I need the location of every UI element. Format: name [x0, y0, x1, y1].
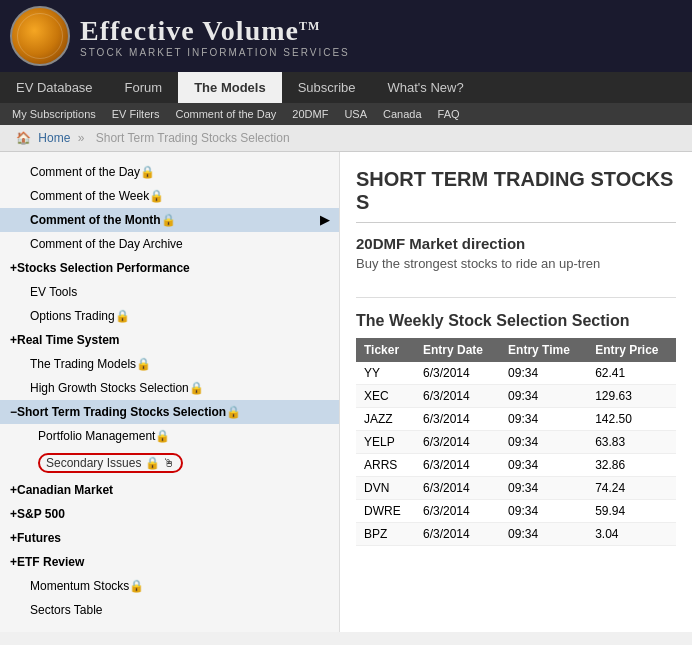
home-icon: 🏠 [16, 131, 31, 145]
cell-entry-price: 129.63 [587, 385, 676, 408]
table-row[interactable]: DVN 6/3/2014 09:34 74.24 [356, 477, 676, 500]
sidebar-item-futures[interactable]: + Futures [0, 526, 339, 550]
sidebar-item-short-term[interactable]: − Short Term Trading Stocks Selection 🔒 [0, 400, 339, 424]
subnav-faq[interactable]: FAQ [430, 103, 468, 125]
sidebar-label: S&P 500 [17, 507, 65, 521]
cell-entry-price: 62.41 [587, 362, 676, 385]
sidebar-item-sp500[interactable]: + S&P 500 [0, 502, 339, 526]
cell-entry-date: 6/3/2014 [415, 454, 500, 477]
col-ticker: Ticker [356, 338, 415, 362]
sidebar-item-trading-models[interactable]: The Trading Models 🔒 [0, 352, 339, 376]
cell-ticker: BPZ [356, 523, 415, 546]
subnav-usa[interactable]: USA [336, 103, 375, 125]
breadcrumb-separator: » [78, 131, 85, 145]
sidebar-label: Secondary Issues [46, 456, 141, 470]
cell-entry-date: 6/3/2014 [415, 431, 500, 454]
weekly-section-title: The Weekly Stock Selection Section [356, 312, 676, 330]
subnav-ev-filters[interactable]: EV Filters [104, 103, 168, 125]
cell-entry-date: 6/3/2014 [415, 408, 500, 431]
sidebar-label: Comment of the Day Archive [30, 237, 183, 251]
header: Effective VolumeTM STOCK MARKET INFORMAT… [0, 0, 692, 72]
sidebar: Comment of the Day 🔒 Comment of the Week… [0, 152, 340, 632]
stock-table: Ticker Entry Date Entry Time Entry Price… [356, 338, 676, 546]
lock-icon: 🔒 [136, 357, 151, 371]
plus-icon: + [10, 261, 17, 275]
sidebar-item-comment-archive[interactable]: Comment of the Day Archive [0, 232, 339, 256]
sidebar-item-stocks-performance[interactable]: + Stocks Selection Performance [0, 256, 339, 280]
breadcrumb-home[interactable]: Home [38, 131, 70, 145]
nav-ev-database[interactable]: EV Database [0, 72, 109, 103]
sidebar-item-secondary-issues[interactable]: Secondary Issues 🔒 🖱 [0, 448, 339, 478]
nav-whats-new[interactable]: What's New? [372, 72, 480, 103]
sidebar-item-real-time[interactable]: + Real Time System [0, 328, 339, 352]
sidebar-item-options-trading[interactable]: Options Trading 🔒 [0, 304, 339, 328]
cell-entry-price: 63.83 [587, 431, 676, 454]
main-nav: EV Database Forum The Models Subscribe W… [0, 72, 692, 103]
sidebar-item-comment-day[interactable]: Comment of the Day 🔒 [0, 160, 339, 184]
subnav-comment-of-the-day[interactable]: Comment of the Day [167, 103, 284, 125]
breadcrumb-current: Short Term Trading Stocks Selection [96, 131, 290, 145]
sidebar-label: High Growth Stocks Selection [30, 381, 189, 395]
cell-entry-date: 6/3/2014 [415, 500, 500, 523]
subnav-my-subscriptions[interactable]: My Subscriptions [4, 103, 104, 125]
cell-entry-time: 09:34 [500, 500, 587, 523]
sidebar-item-ev-tools[interactable]: EV Tools [0, 280, 339, 304]
table-row[interactable]: YELP 6/3/2014 09:34 63.83 [356, 431, 676, 454]
sidebar-label: Stocks Selection Performance [17, 261, 190, 275]
nav-the-models[interactable]: The Models [178, 72, 282, 103]
sidebar-item-portfolio-mgmt[interactable]: Portfolio Management 🔒 [0, 424, 339, 448]
cell-ticker: YELP [356, 431, 415, 454]
table-row[interactable]: BPZ 6/3/2014 09:34 3.04 [356, 523, 676, 546]
plus-icon: + [10, 333, 17, 347]
table-row[interactable]: XEC 6/3/2014 09:34 129.63 [356, 385, 676, 408]
subnav-20dmf[interactable]: 20DMF [284, 103, 336, 125]
sidebar-label: EV Tools [30, 285, 77, 299]
table-row[interactable]: ARRS 6/3/2014 09:34 32.86 [356, 454, 676, 477]
sidebar-label: Comment of the Week [30, 189, 149, 203]
table-row[interactable]: JAZZ 6/3/2014 09:34 142.50 [356, 408, 676, 431]
sidebar-label: Momentum Stocks [30, 579, 129, 593]
market-direction-desc: Buy the strongest stocks to ride an up-t… [356, 256, 676, 271]
subnav-canada[interactable]: Canada [375, 103, 430, 125]
cell-ticker: DVN [356, 477, 415, 500]
cell-entry-time: 09:34 [500, 362, 587, 385]
sidebar-item-sectors-table[interactable]: Sectors Table [0, 598, 339, 622]
brand-subtitle: STOCK MARKET INFORMATION SERVICES [80, 47, 350, 58]
highlighted-secondary-issues[interactable]: Secondary Issues 🔒 🖱 [38, 453, 183, 473]
cell-entry-price: 3.04 [587, 523, 676, 546]
cell-ticker: YY [356, 362, 415, 385]
sidebar-label: Comment of the Month [30, 213, 161, 227]
cell-entry-time: 09:34 [500, 408, 587, 431]
sidebar-item-high-growth[interactable]: High Growth Stocks Selection 🔒 [0, 376, 339, 400]
lock-icon: 🔒 [140, 165, 155, 179]
nav-forum[interactable]: Forum [109, 72, 179, 103]
brand-tm: TM [299, 18, 320, 32]
sidebar-label: Sectors Table [30, 603, 103, 617]
table-row[interactable]: YY 6/3/2014 09:34 62.41 [356, 362, 676, 385]
cursor-icon: 🖱 [163, 456, 175, 470]
sidebar-item-comment-week[interactable]: Comment of the Week 🔒 [0, 184, 339, 208]
page-title: SHORT TERM TRADING STOCKS S [356, 168, 676, 223]
cell-entry-time: 09:34 [500, 523, 587, 546]
minus-icon: − [10, 405, 17, 419]
sidebar-item-etf-review[interactable]: + ETF Review [0, 550, 339, 574]
lock-icon: 🔒 [155, 429, 170, 443]
content-area: Comment of the Day 🔒 Comment of the Week… [0, 152, 692, 632]
clock-logo-icon [10, 6, 70, 66]
cell-ticker: DWRE [356, 500, 415, 523]
nav-subscribe[interactable]: Subscribe [282, 72, 372, 103]
sidebar-label: Canadian Market [17, 483, 113, 497]
arrow-icon: ▶ [320, 213, 329, 227]
cell-entry-time: 09:34 [500, 431, 587, 454]
col-entry-date: Entry Date [415, 338, 500, 362]
sidebar-item-canadian-market[interactable]: + Canadian Market [0, 478, 339, 502]
logo-area: Effective VolumeTM STOCK MARKET INFORMAT… [10, 6, 350, 66]
sidebar-item-comment-month[interactable]: Comment of the Month 🔒 ▶ [0, 208, 339, 232]
lock-icon: 🔒 [189, 381, 204, 395]
sidebar-item-momentum-stocks[interactable]: Momentum Stocks 🔒 [0, 574, 339, 598]
lock-icon: 🔒 [149, 189, 164, 203]
cell-entry-price: 32.86 [587, 454, 676, 477]
cell-entry-date: 6/3/2014 [415, 523, 500, 546]
table-row[interactable]: DWRE 6/3/2014 09:34 59.94 [356, 500, 676, 523]
lock-icon: 🔒 [161, 213, 176, 227]
